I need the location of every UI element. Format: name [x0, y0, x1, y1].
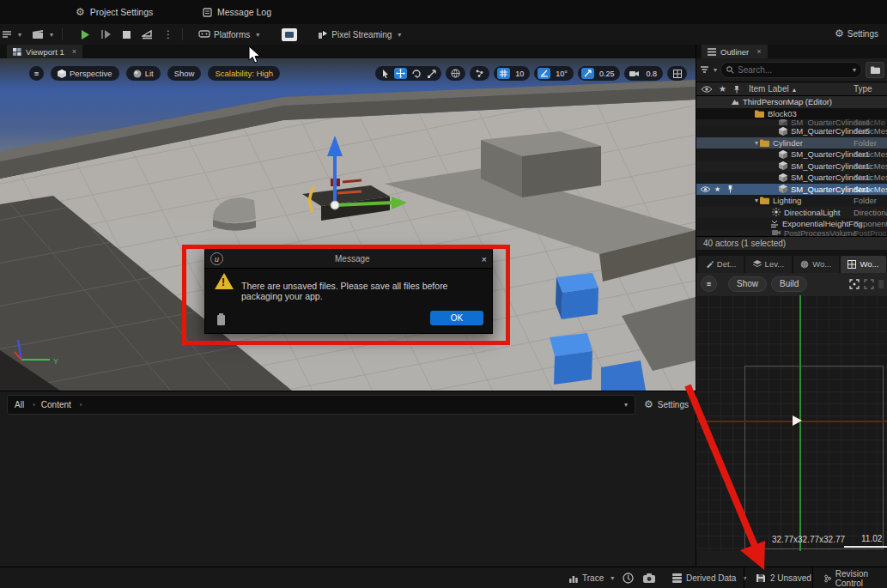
camera-speed-control[interactable]: 0.8 — [624, 66, 663, 81]
session-icon — [623, 573, 634, 584]
grid-snap-control[interactable]: 10 — [494, 66, 530, 81]
item-label-column[interactable]: Item Label ▲ — [749, 84, 797, 94]
derived-data-dropdown[interactable]: Derived Data▾ — [665, 567, 753, 588]
focus-world-icon[interactable] — [864, 279, 874, 289]
tab-world-settings[interactable]: Wo... — [793, 256, 839, 273]
scale-snap-control[interactable]: 0.25 — [578, 66, 621, 81]
mesh-icon — [779, 119, 787, 125]
stop-button[interactable] — [117, 25, 137, 44]
maximize-viewport-button[interactable] — [667, 66, 687, 81]
outliner-tab[interactable]: Outliner × — [702, 45, 768, 58]
viewport-tabbar: Viewport 1 × — [0, 45, 696, 58]
move-tool-button[interactable] — [394, 68, 407, 79]
minimap-scale-bar — [844, 546, 887, 548]
frame-skip-button[interactable] — [96, 25, 117, 44]
outliner-toolbar: ▾ Search... ▾ — [696, 58, 887, 82]
breadcrumb-all[interactable]: All — [15, 400, 24, 409]
path-dropdown-chevron[interactable]: ▾ — [624, 401, 628, 409]
possess-icon — [142, 29, 153, 39]
play-button[interactable] — [75, 25, 96, 44]
surface-snapping-button[interactable] — [470, 66, 489, 81]
outliner-row[interactable]: SM_QuarterCylinder1:StaticMes — [696, 161, 887, 173]
content-settings-button[interactable]: ⚙ Settings — [644, 398, 689, 410]
wp-build-button[interactable]: Build — [771, 276, 807, 292]
content-settings-label: Settings — [658, 400, 689, 409]
scale-tool-button[interactable] — [425, 68, 438, 79]
outliner-row[interactable]: SM_QuarterCylinder1:StaticMes — [696, 172, 887, 184]
viewport-toolbar-left: ≡ Perspective Lit Show Scalability: High — [29, 66, 287, 81]
perspective-dropdown[interactable]: Perspective — [51, 66, 119, 81]
outliner-row[interactable]: SM_QuarterCylinder5StaticMes — [696, 125, 887, 137]
save-dropdown-button[interactable]: ▾ — [0, 25, 27, 44]
search-options-chevron[interactable]: ▾ — [853, 66, 856, 74]
outliner-row[interactable]: PostProcessVolumePostProc — [696, 230, 887, 236]
rotate-tool-button[interactable] — [410, 68, 422, 79]
fog-icon — [770, 220, 779, 228]
breadcrumb[interactable]: All › Content › ▾ — [7, 395, 635, 415]
eject-button[interactable] — [137, 25, 158, 44]
select-tool-button[interactable] — [379, 68, 392, 79]
outliner-search-input[interactable]: Search... ▾ — [720, 62, 862, 78]
menu-bar: ⚙ Project Settings Message Log — [0, 0, 887, 25]
content-settings-gear-icon: ⚙ — [644, 398, 653, 410]
pin-column-icon[interactable] — [733, 85, 740, 94]
type-column[interactable]: Type — [854, 84, 872, 94]
viewport-tab[interactable]: Viewport 1 × — [7, 45, 82, 58]
world-partition-minimap[interactable]: 32.77x32.77x32.77 11.02 — [696, 295, 887, 551]
viewport-options-button[interactable]: ≡ — [29, 66, 44, 81]
screenshot-button[interactable] — [641, 567, 658, 588]
project-launcher-button[interactable] — [276, 25, 302, 44]
stop-icon — [122, 30, 131, 39]
outliner-tab-close-icon[interactable]: × — [756, 47, 761, 56]
cinematics-dropdown-button[interactable]: ▾ — [27, 25, 58, 44]
outliner-row[interactable]: DirectionalLightDirectiona — [696, 207, 887, 219]
visibility-column-icon[interactable] — [702, 86, 712, 93]
outliner-tree: ThirdPersonMap (Editor)Block03SM_Quarter… — [696, 96, 887, 236]
outliner-row[interactable]: ★SM_QuarterCylinder1-StaticMes — [696, 184, 887, 196]
list-icon — [2, 30, 12, 39]
unsaved-files-button[interactable]: 2 Unsaved — [749, 567, 818, 588]
platforms-dropdown[interactable]: Platforms▾ — [193, 25, 264, 44]
tab-world-partition[interactable]: Wo... — [841, 256, 886, 273]
play-options-button[interactable]: ⋮ — [158, 25, 179, 44]
outliner-row[interactable]: SM_QuarterCylinder4StaticMe — [696, 119, 887, 125]
lit-label: Lit — [145, 69, 154, 78]
breadcrumb-content[interactable]: Content — [41, 400, 71, 409]
annotation-rectangle — [182, 245, 510, 345]
outliner-row[interactable]: SM_QuarterCylinder1StaticMes — [696, 149, 887, 161]
breadcrumb-chevron-icon: › — [80, 401, 82, 409]
level-icon — [731, 98, 739, 106]
pixel-streaming-dropdown[interactable]: Pixel Streaming▾ — [313, 25, 406, 44]
message-log-icon — [203, 8, 212, 17]
tab-details[interactable]: Det... — [698, 256, 744, 273]
outliner-row[interactable]: ExponentialHeightFogExponenti — [696, 218, 887, 230]
scalability-pill[interactable]: Scalability: High — [208, 66, 280, 81]
wp-show-button[interactable]: Show — [728, 276, 767, 292]
outliner-row[interactable]: ▾CylinderFolder — [696, 137, 887, 149]
favorite-column-icon[interactable]: ★ — [719, 84, 726, 94]
world-local-toggle[interactable] — [446, 66, 465, 81]
toolbar-settings-dropdown[interactable]: ⚙ Settings — [829, 24, 884, 43]
save-icon — [756, 573, 766, 583]
message-log-button[interactable]: Message Log — [203, 0, 271, 24]
outliner-row[interactable]: ▾LightingFolder — [696, 195, 887, 207]
revision-control-button[interactable]: Revision Control — [817, 567, 887, 588]
wp-more-icon[interactable] — [878, 279, 884, 289]
outliner-filter-button[interactable]: ▾ — [700, 66, 717, 75]
project-settings-button[interactable]: ⚙ Project Settings — [76, 0, 153, 24]
outliner-row[interactable]: ThirdPersonMap (Editor) — [696, 96, 887, 108]
tab-levels[interactable]: Lev... — [745, 256, 791, 273]
lit-dropdown[interactable]: Lit — [126, 66, 161, 81]
clapperboard-icon — [32, 30, 44, 39]
add-folder-button[interactable] — [866, 62, 884, 78]
show-dropdown[interactable]: Show — [167, 66, 202, 81]
wp-options-button[interactable]: ≡ — [701, 276, 717, 292]
status-bar: Enter Console Command Trace▾ Derived Dat… — [0, 567, 887, 588]
angle-snap-control[interactable]: 10° — [534, 66, 574, 81]
insights-button[interactable] — [620, 567, 636, 588]
focus-selection-icon[interactable] — [849, 279, 860, 289]
viewport-tab-close-icon[interactable]: × — [72, 47, 76, 56]
outliner-item-type: Folder — [854, 196, 877, 205]
outliner-row[interactable]: Block03 — [696, 108, 887, 120]
trace-dropdown[interactable]: Trace▾ — [562, 567, 621, 588]
